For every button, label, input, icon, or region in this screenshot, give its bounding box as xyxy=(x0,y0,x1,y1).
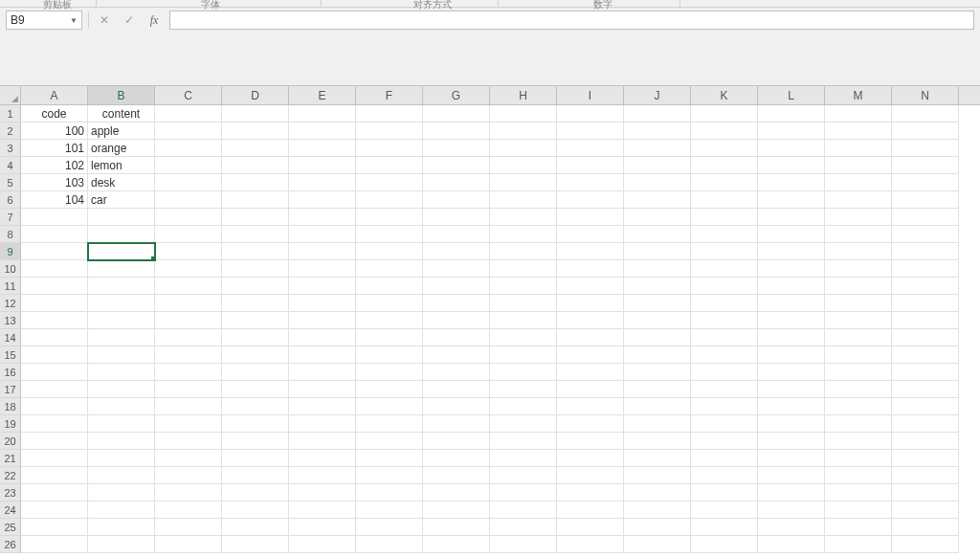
cell-J8[interactable] xyxy=(624,226,691,243)
cell-F26[interactable] xyxy=(356,536,423,553)
cell-M26[interactable] xyxy=(825,536,892,553)
cell-B25[interactable] xyxy=(88,519,155,536)
cell-E2[interactable] xyxy=(289,123,356,140)
cell-J6[interactable] xyxy=(624,191,691,209)
cell-F9[interactable] xyxy=(356,243,423,260)
cell-C3[interactable] xyxy=(155,140,222,157)
cell-C14[interactable] xyxy=(155,329,222,346)
cell-L21[interactable] xyxy=(758,450,825,467)
cell-H4[interactable] xyxy=(490,157,557,174)
cell-C25[interactable] xyxy=(155,519,222,536)
cell-B2[interactable]: apple xyxy=(88,123,155,140)
cell-B4[interactable]: lemon xyxy=(88,157,155,174)
enter-formula-button[interactable]: ✓ xyxy=(120,11,139,30)
cell-C26[interactable] xyxy=(155,536,222,553)
cell-E4[interactable] xyxy=(289,157,356,174)
cell-C4[interactable] xyxy=(155,157,222,174)
cell-J21[interactable] xyxy=(624,450,691,467)
cell-I15[interactable] xyxy=(557,346,624,364)
cell-L26[interactable] xyxy=(758,536,825,553)
column-header-B[interactable]: B xyxy=(88,86,155,104)
cell-A7[interactable] xyxy=(21,209,88,226)
cell-H13[interactable] xyxy=(490,312,557,329)
cell-L24[interactable] xyxy=(758,501,825,519)
cell-L5[interactable] xyxy=(758,174,825,191)
cell-K4[interactable] xyxy=(691,157,758,174)
cell-L19[interactable] xyxy=(758,415,825,433)
cell-F4[interactable] xyxy=(356,157,423,174)
cell-J17[interactable] xyxy=(624,381,691,398)
cell-G12[interactable] xyxy=(423,295,490,312)
cell-D7[interactable] xyxy=(222,209,289,226)
cell-M8[interactable] xyxy=(825,226,892,243)
cell-D5[interactable] xyxy=(222,174,289,191)
cell-A18[interactable] xyxy=(21,398,88,415)
cell-I16[interactable] xyxy=(557,364,624,381)
cell-M15[interactable] xyxy=(825,346,892,364)
cell-B16[interactable] xyxy=(88,364,155,381)
cell-G17[interactable] xyxy=(423,381,490,398)
cell-D26[interactable] xyxy=(222,536,289,553)
cell-A3[interactable]: 101 xyxy=(21,140,88,157)
row-header-2[interactable]: 2 xyxy=(0,123,21,140)
row-header-20[interactable]: 20 xyxy=(0,433,21,450)
cell-D25[interactable] xyxy=(222,519,289,536)
cell-H15[interactable] xyxy=(490,346,557,364)
cell-B18[interactable] xyxy=(88,398,155,415)
cell-G4[interactable] xyxy=(423,157,490,174)
cell-E14[interactable] xyxy=(289,329,356,346)
cell-C18[interactable] xyxy=(155,398,222,415)
cell-I24[interactable] xyxy=(557,501,624,519)
cell-N18[interactable] xyxy=(892,398,959,415)
cell-C1[interactable] xyxy=(155,105,222,123)
cell-C22[interactable] xyxy=(155,467,222,484)
column-header-G[interactable]: G xyxy=(423,86,490,104)
cell-G26[interactable] xyxy=(423,536,490,553)
row-header-10[interactable]: 10 xyxy=(0,260,21,278)
cell-B9[interactable] xyxy=(88,243,155,260)
cell-B14[interactable] xyxy=(88,329,155,346)
cell-L25[interactable] xyxy=(758,519,825,536)
cell-M25[interactable] xyxy=(825,519,892,536)
formula-input[interactable] xyxy=(169,11,974,30)
cell-E23[interactable] xyxy=(289,484,356,501)
cell-F7[interactable] xyxy=(356,209,423,226)
cell-I25[interactable] xyxy=(557,519,624,536)
cell-D18[interactable] xyxy=(222,398,289,415)
cell-F21[interactable] xyxy=(356,450,423,467)
column-header-I[interactable]: I xyxy=(557,86,624,104)
cell-N11[interactable] xyxy=(892,278,959,295)
cell-M14[interactable] xyxy=(825,329,892,346)
cell-B22[interactable] xyxy=(88,467,155,484)
cell-B24[interactable] xyxy=(88,501,155,519)
cell-H18[interactable] xyxy=(490,398,557,415)
cell-A4[interactable]: 102 xyxy=(21,157,88,174)
column-header-H[interactable]: H xyxy=(490,86,557,104)
column-header-F[interactable]: F xyxy=(356,86,423,104)
cell-B26[interactable] xyxy=(88,536,155,553)
cancel-formula-button[interactable]: ✕ xyxy=(95,11,114,30)
cell-A5[interactable]: 103 xyxy=(21,174,88,191)
cell-C24[interactable] xyxy=(155,501,222,519)
cell-E21[interactable] xyxy=(289,450,356,467)
cell-N16[interactable] xyxy=(892,364,959,381)
cell-E16[interactable] xyxy=(289,364,356,381)
cell-B17[interactable] xyxy=(88,381,155,398)
cell-K7[interactable] xyxy=(691,209,758,226)
cell-L16[interactable] xyxy=(758,364,825,381)
cell-F8[interactable] xyxy=(356,226,423,243)
cell-I8[interactable] xyxy=(557,226,624,243)
cell-J5[interactable] xyxy=(624,174,691,191)
cell-G2[interactable] xyxy=(423,123,490,140)
cell-H20[interactable] xyxy=(490,433,557,450)
row-header-13[interactable]: 13 xyxy=(0,312,21,329)
spreadsheet-grid[interactable]: 1codecontent2100apple3101orange4102lemon… xyxy=(0,105,980,557)
cell-F5[interactable] xyxy=(356,174,423,191)
cell-D21[interactable] xyxy=(222,450,289,467)
cell-B8[interactable] xyxy=(88,226,155,243)
cell-A12[interactable] xyxy=(21,295,88,312)
cell-N1[interactable] xyxy=(892,105,959,123)
cell-J4[interactable] xyxy=(624,157,691,174)
cell-J20[interactable] xyxy=(624,433,691,450)
cell-M23[interactable] xyxy=(825,484,892,501)
